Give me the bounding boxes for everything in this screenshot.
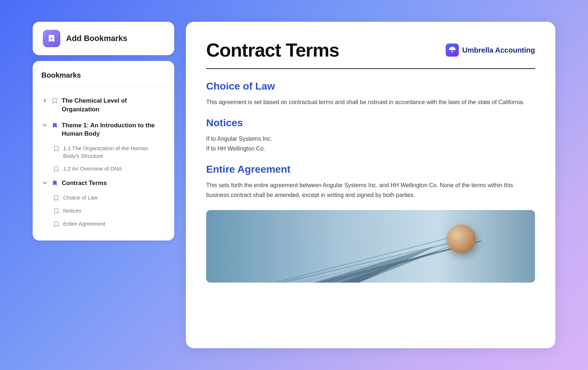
sidebar-label-notices: Notices xyxy=(63,207,81,214)
sub-items-contract: Choice of Law Notices Entire Agreement xyxy=(41,191,166,230)
section-title-choice-of-law: Choice of Law xyxy=(206,81,535,92)
bookmark-icon-3 xyxy=(53,145,60,152)
bookmark-icon-8 xyxy=(53,221,60,228)
bookmark-divider xyxy=(41,87,166,87)
main-container: Add Bookmarks Bookmarks The Chemical Lev… xyxy=(33,22,555,348)
section-choice-of-law: Choice of Law This agreement is set base… xyxy=(206,81,535,107)
sidebar-item-dna-overview[interactable]: 1.2 An Overview of DNA xyxy=(53,162,166,175)
sidebar-label-dna-overview: 1.2 An Overview of DNA xyxy=(63,165,122,172)
section-body-notices: If to Angular Systems Inc. If to HH Well… xyxy=(206,134,535,153)
geometric-lines-svg xyxy=(206,210,535,283)
section-body-entire-agreement: This sets forth the entire agreement bet… xyxy=(206,180,535,200)
sub-items-theme: 1.1 The Organization of the Human Body's… xyxy=(41,142,166,175)
bookmark-icon-container xyxy=(43,30,60,47)
sidebar-item-notices[interactable]: Notices xyxy=(53,204,166,217)
document-title: Contract Terms xyxy=(206,39,339,61)
sidebar-label-choice-of-law: Choice of Law xyxy=(63,194,98,201)
bookmarks-panel: Bookmarks The Chemical Level of Organiza… xyxy=(33,61,174,240)
document-image xyxy=(206,210,535,283)
bookmark-icon-7 xyxy=(53,207,60,215)
sidebar-label-org-structure: 1.1 The Organization of the Human Body's… xyxy=(63,144,166,160)
sidebar-item-choice-of-law[interactable]: Choice of Law xyxy=(53,191,166,204)
chevron-right-icon xyxy=(41,97,48,104)
add-bookmarks-button[interactable]: Add Bookmarks xyxy=(33,22,174,55)
sidebar-item-theme-introduction[interactable]: Theme 1: An Introduction to the Human Bo… xyxy=(41,118,166,142)
logo-text: Umbrella Accounting xyxy=(462,46,535,54)
section-notices: Notices If to Angular Systems Inc. If to… xyxy=(206,117,535,153)
bookmark-icon-4 xyxy=(53,165,60,173)
bookmark-icon-6 xyxy=(53,194,60,202)
sidebar-item-org-structure[interactable]: 1.1 The Organization of the Human Body's… xyxy=(53,142,166,162)
sidebar-label-entire-agreement: Entire Agreement xyxy=(63,220,105,227)
document-panel: Contract Terms Umbrella Accounting Choic… xyxy=(186,22,555,348)
bookmark-icon-5 xyxy=(52,180,58,187)
bookmark-add-icon xyxy=(47,34,56,43)
sidebar-label-contract-terms: Contract Terms xyxy=(62,179,107,188)
document-header: Contract Terms Umbrella Accounting xyxy=(206,39,535,61)
document-divider xyxy=(206,68,535,69)
section-title-entire-agreement: Entire Agreement xyxy=(206,164,535,175)
bookmark-icon-2 xyxy=(52,122,58,129)
section-body-choice-of-law: This agreement is set based on contractu… xyxy=(206,97,535,107)
umbrella-icon xyxy=(448,46,456,54)
chevron-down-icon-2 xyxy=(41,180,48,186)
logo-area: Umbrella Accounting xyxy=(446,44,535,57)
add-bookmarks-label: Add Bookmarks xyxy=(66,34,127,43)
sidebar-label-chemical-level: The Chemical Level of Organization xyxy=(62,96,166,114)
sidebar-label-theme-introduction: Theme 1: An Introduction to the Human Bo… xyxy=(62,121,166,139)
sidebar-item-chemical-level[interactable]: The Chemical Level of Organization xyxy=(41,93,166,118)
sidebar-item-entire-agreement[interactable]: Entire Agreement xyxy=(53,217,166,230)
chevron-down-icon-1 xyxy=(41,122,48,128)
bookmark-icon-1 xyxy=(52,97,58,104)
sidebar-item-contract-terms[interactable]: Contract Terms xyxy=(41,175,166,191)
umbrella-logo-icon xyxy=(446,44,459,57)
section-title-notices: Notices xyxy=(206,117,535,129)
bookmarks-panel-title: Bookmarks xyxy=(41,71,166,79)
sphere-image xyxy=(447,225,476,254)
section-entire-agreement: Entire Agreement This sets forth the ent… xyxy=(206,164,535,200)
left-panel: Add Bookmarks Bookmarks The Chemical Lev… xyxy=(33,22,174,240)
